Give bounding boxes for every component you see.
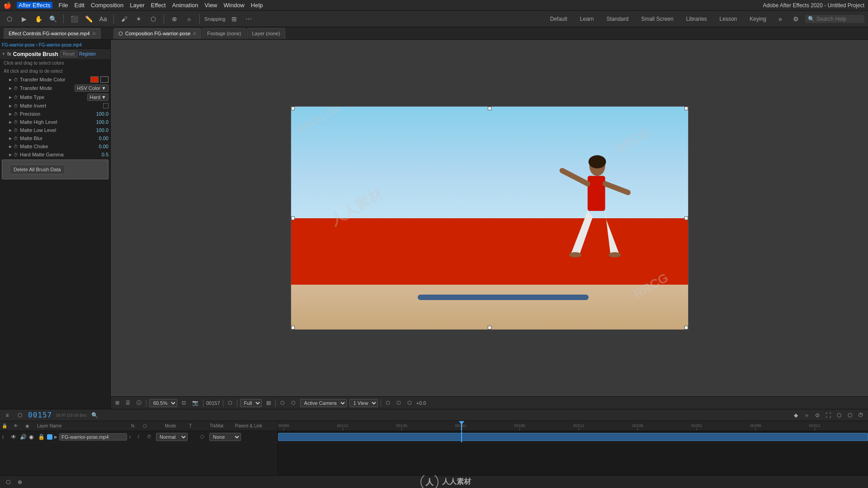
workspace-default[interactable]: Default <box>546 14 572 23</box>
layer-name-input[interactable] <box>59 433 127 441</box>
matte-type-select[interactable]: Hard ▼ <box>87 94 108 101</box>
tl-btn-search[interactable]: 🔍 <box>90 411 99 420</box>
viewer-btn-toggle-b[interactable]: ⬡ <box>289 399 297 407</box>
color-swatch-outline[interactable] <box>100 76 108 83</box>
search-input[interactable] <box>816 16 862 22</box>
layer-parent-select[interactable]: None <box>209 433 241 441</box>
tool-pen[interactable]: ✏️ <box>83 13 94 25</box>
zoom-select[interactable]: 60.5% <box>149 399 177 407</box>
snapping-toggle[interactable]: ⊞ <box>228 13 240 25</box>
workspace-learn[interactable]: Learn <box>576 14 599 23</box>
menu-edit[interactable]: Edit <box>75 2 85 9</box>
tab-composition[interactable]: ⬡ Composition FG-warrior-pose ✕ <box>113 28 201 39</box>
viewer-btn-perf[interactable]: ⬡ <box>395 399 403 407</box>
layer-lock-icon[interactable]: 🔒 <box>38 434 45 440</box>
tl-bottom-add[interactable]: ⊕ <box>15 478 24 487</box>
tl-btn-menu[interactable]: ≡ <box>3 411 12 420</box>
tab-comp-close[interactable]: ✕ <box>193 31 196 36</box>
menu-effect[interactable]: Effect <box>151 2 166 9</box>
workspace-settings[interactable]: ⚙ <box>790 13 802 25</box>
color-swatch-red[interactable] <box>90 76 99 83</box>
tool-hand[interactable]: ✋ <box>33 13 44 25</box>
viewer-btn-quality-opt[interactable]: ▤ <box>264 399 273 407</box>
reset-button[interactable]: Reset <box>60 51 77 57</box>
track-bar[interactable] <box>278 433 868 441</box>
viewer-btn-3d[interactable]: ⬡ <box>384 399 392 407</box>
transfer-mode-select[interactable]: HSV Color ▼ <box>75 84 108 92</box>
apple-menu[interactable]: 🍎 <box>4 2 11 9</box>
mc-expand-icon[interactable]: ▶ <box>9 145 12 149</box>
workspace-libraries[interactable]: Libraries <box>682 14 712 23</box>
delete-brush-button[interactable]: Delete All Brush Data <box>9 164 65 174</box>
tl-btn-live[interactable]: ⏱ <box>856 411 865 420</box>
viewer-btn-toggle-a[interactable]: ⬡ <box>278 399 287 407</box>
tl-btn-frame-mix[interactable]: ⬡ <box>835 411 844 420</box>
playhead[interactable] <box>461 421 462 431</box>
expand-icon[interactable]: ▼ <box>2 52 5 56</box>
workspace-standard[interactable]: Standard <box>602 14 633 23</box>
menu-help[interactable]: Help <box>251 2 263 9</box>
workspace-lesson[interactable]: Lesson <box>715 14 742 23</box>
tab-layer[interactable]: Layer (none) <box>247 28 285 39</box>
tool-type[interactable]: Aa <box>97 13 109 25</box>
viewer-btn-gl[interactable]: ⬡ <box>406 399 414 407</box>
menu-composition[interactable]: Composition <box>91 2 123 9</box>
tl-btn-filmstrip[interactable]: ⬡ <box>15 411 24 420</box>
matte-choke-value[interactable]: 0.00 <box>99 144 108 149</box>
mt-expand-icon[interactable]: ▶ <box>9 95 12 99</box>
tool-zoom[interactable]: 🔍 <box>47 13 59 25</box>
p-expand-icon[interactable]: ▶ <box>9 112 12 116</box>
layer-expand-icon[interactable]: ▶ <box>54 435 57 439</box>
camera-select[interactable]: Active Camera <box>300 399 347 407</box>
viewer-btn-snapshot[interactable]: 📷 <box>190 399 200 407</box>
precision-value[interactable]: 100.0 <box>96 111 108 117</box>
tl-bottom-compose[interactable]: ⬡ <box>4 478 13 487</box>
tl-btn-marker[interactable]: ◆ <box>791 411 800 420</box>
viewer-btn-ruler[interactable]: ☰ <box>124 399 132 407</box>
tool-home[interactable]: ⬡ <box>4 13 15 25</box>
hmg-expand-icon[interactable]: ▶ <box>9 153 12 157</box>
mll-expand-icon[interactable]: ▶ <box>9 128 12 132</box>
menu-view[interactable]: View <box>205 2 217 9</box>
menu-window[interactable]: Window <box>224 2 245 9</box>
snapping-options[interactable]: ⋯ <box>243 13 255 25</box>
tab-footage[interactable]: Footage (none) <box>202 28 246 39</box>
register-button[interactable]: Register <box>79 52 96 56</box>
viewer-btn-fit[interactable]: ⊡ <box>180 399 188 407</box>
mb-expand-icon[interactable]: ▶ <box>9 136 12 141</box>
hard-matte-gamma-value[interactable]: 0.5 <box>102 152 108 157</box>
tl-btn-solo[interactable]: ⊙ <box>813 411 822 420</box>
layer-audio-icon[interactable]: 🔊 <box>20 434 27 440</box>
tl-btn-shy[interactable]: ⛶ <box>824 411 833 420</box>
tool-move[interactable]: ▶ <box>18 13 30 25</box>
tool-roto[interactable]: ⊕ <box>169 13 180 25</box>
menu-animation[interactable]: Animation <box>172 2 198 9</box>
tool-eraser[interactable]: ⬡ <box>147 13 159 25</box>
tool-puppet[interactable]: ⟐ <box>183 13 195 25</box>
matte-low-level-value[interactable]: 100.0 <box>96 127 108 133</box>
mhl-expand-icon[interactable]: ▶ <box>9 120 12 124</box>
menu-layer[interactable]: Layer <box>130 2 145 9</box>
tl-btn-add-marker[interactable]: ⟐ <box>802 411 811 420</box>
view-count-select[interactable]: 1 View <box>349 399 378 407</box>
workspace-more[interactable]: » <box>774 13 786 25</box>
layer-audio-btn[interactable]: ♪ <box>129 434 136 439</box>
tool-brush[interactable]: 🖌 <box>118 13 130 25</box>
tmc-expand-icon[interactable]: ▶ <box>9 78 12 82</box>
matte-invert-checkbox[interactable] <box>103 103 108 108</box>
viewer-btn-info[interactable]: ⓘ <box>135 399 143 407</box>
tm-expand-icon[interactable]: ▶ <box>9 86 12 90</box>
menu-file[interactable]: File <box>59 2 68 9</box>
timeline-timecode[interactable]: 00157 <box>28 411 52 419</box>
layer-vis-icon[interactable]: 👁 <box>11 434 18 440</box>
quality-select[interactable]: Full <box>240 399 262 407</box>
tl-btn-draft[interactable]: ⬡ <box>845 411 854 420</box>
layer-mode-select[interactable]: Normal <box>156 433 188 441</box>
viewer-btn-region[interactable]: ⬡ <box>226 399 234 407</box>
tool-rect[interactable]: ⬛ <box>68 13 80 25</box>
layer-solo-icon[interactable]: ◉ <box>29 434 36 440</box>
tool-clone[interactable]: ✴ <box>133 13 145 25</box>
workspace-keying[interactable]: Keying <box>745 14 771 23</box>
matte-blur-value[interactable]: 0.00 <box>99 136 108 141</box>
workspace-smallscreen[interactable]: Small Screen <box>637 14 678 23</box>
